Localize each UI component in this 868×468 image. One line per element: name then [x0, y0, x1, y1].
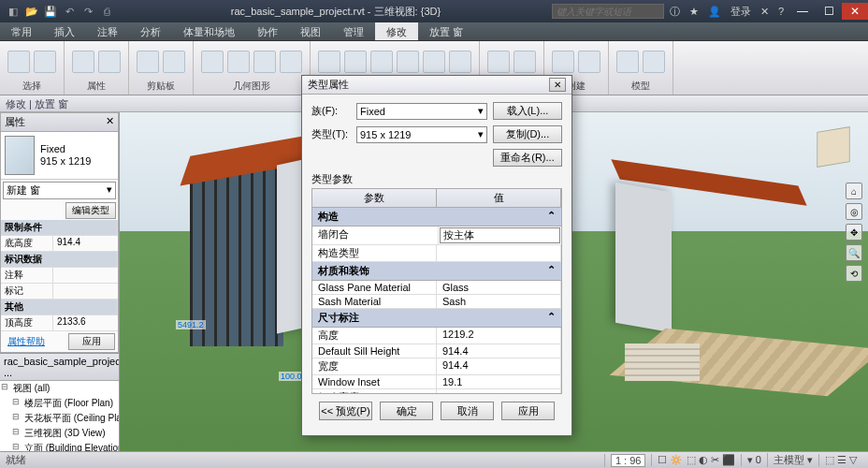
- print-icon[interactable]: ⎙: [99, 4, 114, 19]
- dimension-label[interactable]: 5491.2: [176, 320, 206, 329]
- properties-help-link[interactable]: 属性帮助: [4, 333, 49, 350]
- star-icon[interactable]: ★: [686, 6, 702, 18]
- type-select[interactable]: 915 x 1219▾: [356, 126, 487, 143]
- instance-filter-dropdown[interactable]: 新建 窗▾: [3, 182, 116, 199]
- props-section[interactable]: 标识数据: [1, 252, 118, 268]
- tree-node[interactable]: 楼层平面 (Floor Plan): [11, 396, 119, 411]
- param-row[interactable]: 构造类型: [312, 245, 561, 262]
- props-row[interactable]: 注释: [1, 268, 118, 284]
- ribbon-icon[interactable]: [318, 51, 340, 73]
- param-group[interactable]: 材质和装饰⌃: [312, 262, 561, 281]
- open-icon[interactable]: 📂: [24, 4, 39, 19]
- ribbon-icon[interactable]: [7, 51, 30, 73]
- ribbon-icon[interactable]: [163, 51, 185, 73]
- orbit-icon[interactable]: ⟲: [846, 265, 862, 282]
- ribbon-icon[interactable]: [344, 51, 367, 73]
- panel-close-icon[interactable]: ✕: [106, 115, 114, 129]
- apply-button[interactable]: 应用: [68, 333, 115, 350]
- param-row[interactable]: 高度1219.2: [312, 328, 561, 344]
- edit-type-button[interactable]: 编辑类型: [65, 202, 116, 219]
- ribbon-icon[interactable]: [616, 51, 639, 73]
- rename-button[interactable]: 重命名(R)...: [493, 149, 562, 167]
- tab-7[interactable]: 管理: [332, 22, 375, 40]
- ribbon-icon[interactable]: [253, 51, 276, 73]
- ribbon-icon[interactable]: [137, 51, 159, 73]
- minimize-button[interactable]: —: [789, 3, 816, 20]
- model-dropdown[interactable]: 主模型 ▾: [767, 453, 818, 467]
- param-row[interactable]: Sash MaterialSash: [312, 295, 561, 309]
- tab-0[interactable]: 常用: [0, 22, 43, 40]
- ribbon-icon[interactable]: [643, 51, 665, 73]
- browser-tree[interactable]: 视图 (all)楼层平面 (Floor Plan)天花板平面 (Ceiling …: [0, 381, 119, 451]
- apply-button[interactable]: 应用: [501, 402, 555, 420]
- ribbon-icon[interactable]: [72, 51, 94, 73]
- tree-node[interactable]: 三维视图 (3D View): [11, 426, 119, 441]
- app-menu-icon[interactable]: ◧: [6, 4, 21, 19]
- tree-node[interactable]: 立面 (Building Elevation): [11, 441, 119, 451]
- view-cube[interactable]: [810, 124, 857, 170]
- view-control-icons[interactable]: ☐ 🔅 ⬚ ◐ ✂ ⬛: [651, 454, 740, 466]
- duplicate-button[interactable]: 复制(D)...: [493, 125, 562, 143]
- wheel-icon[interactable]: ◎: [846, 203, 862, 220]
- param-group[interactable]: 尺寸标注⌃: [312, 309, 561, 328]
- ribbon-icon[interactable]: [449, 51, 471, 73]
- ribbon-icon[interactable]: [423, 51, 445, 73]
- redo-icon[interactable]: ↷: [80, 4, 95, 19]
- home-icon[interactable]: ⌂: [846, 183, 862, 199]
- ribbon-icon[interactable]: [578, 51, 600, 73]
- ribbon-icon[interactable]: [227, 51, 250, 73]
- tab-4[interactable]: 体量和场地: [172, 22, 246, 40]
- tab-6[interactable]: 视图: [289, 22, 332, 40]
- zoom-icon[interactable]: 🔍: [846, 244, 862, 261]
- tab-9[interactable]: 放置 窗: [418, 22, 474, 40]
- param-row[interactable]: 墙闭合按主体: [312, 227, 561, 245]
- ribbon-icon[interactable]: [514, 51, 536, 73]
- scale-segment[interactable]: 1 : 96: [604, 454, 652, 467]
- ribbon-icon[interactable]: [98, 51, 121, 73]
- ribbon-icon[interactable]: [397, 51, 419, 73]
- user-icon[interactable]: 👤: [704, 6, 725, 18]
- props-section[interactable]: 其他: [1, 300, 118, 315]
- dimension-label[interactable]: 100.0: [279, 372, 304, 381]
- cancel-button[interactable]: 取消: [441, 402, 494, 420]
- login-link[interactable]: 登录: [727, 5, 755, 19]
- param-row[interactable]: Default Sill Height914.4: [312, 344, 561, 358]
- props-row[interactable]: 顶高度2133.6: [1, 315, 118, 331]
- tab-2[interactable]: 注释: [86, 22, 129, 40]
- tab-1[interactable]: 插入: [43, 22, 86, 40]
- props-row[interactable]: 标记: [1, 284, 118, 300]
- type-preview[interactable]: Fixed 915 x 1219: [1, 132, 118, 180]
- worksets-segment[interactable]: ▾ 0: [741, 454, 767, 466]
- ribbon-icon[interactable]: [552, 51, 574, 73]
- ribbon-icon[interactable]: [370, 51, 393, 73]
- props-section[interactable]: 限制条件: [1, 220, 118, 236]
- load-button[interactable]: 载入(L)...: [493, 102, 562, 120]
- preview-button[interactable]: << 预览(P): [319, 402, 372, 420]
- tab-5[interactable]: 协作: [246, 22, 289, 40]
- tree-node[interactable]: 天花板平面 (Ceiling Plan): [11, 411, 119, 426]
- help-search-input[interactable]: [552, 4, 664, 19]
- exchange-icon[interactable]: ✕: [757, 6, 773, 18]
- save-icon[interactable]: 💾: [43, 4, 58, 19]
- tab-8[interactable]: 修改: [375, 22, 418, 40]
- param-group[interactable]: 构造⌃: [312, 208, 561, 227]
- close-button[interactable]: ✕: [842, 3, 868, 20]
- param-row[interactable]: 宽度914.4: [312, 358, 561, 375]
- dialog-close-button[interactable]: ✕: [549, 78, 566, 92]
- props-row[interactable]: 底高度914.4: [1, 236, 118, 252]
- ribbon-icon[interactable]: [34, 51, 56, 73]
- param-row[interactable]: Glass Pane MaterialGlass: [312, 281, 561, 295]
- dialog-titlebar[interactable]: 类型属性 ✕: [302, 76, 571, 95]
- pan-icon[interactable]: ✥: [846, 224, 862, 241]
- param-row[interactable]: Window Inset19.1: [312, 375, 561, 389]
- ok-button[interactable]: 确定: [380, 402, 433, 420]
- ribbon-icon[interactable]: [280, 51, 302, 73]
- tab-3[interactable]: 分析: [129, 22, 172, 40]
- family-select[interactable]: Fixed▾: [356, 103, 487, 120]
- help-icon[interactable]: ?: [774, 6, 788, 17]
- ribbon-icon[interactable]: [487, 51, 510, 73]
- tree-node[interactable]: 视图 (all): [0, 381, 119, 396]
- maximize-button[interactable]: ☐: [816, 3, 842, 20]
- ribbon-icon[interactable]: [201, 51, 224, 73]
- filter-icons[interactable]: ⬚ ☰ ▽: [818, 454, 862, 466]
